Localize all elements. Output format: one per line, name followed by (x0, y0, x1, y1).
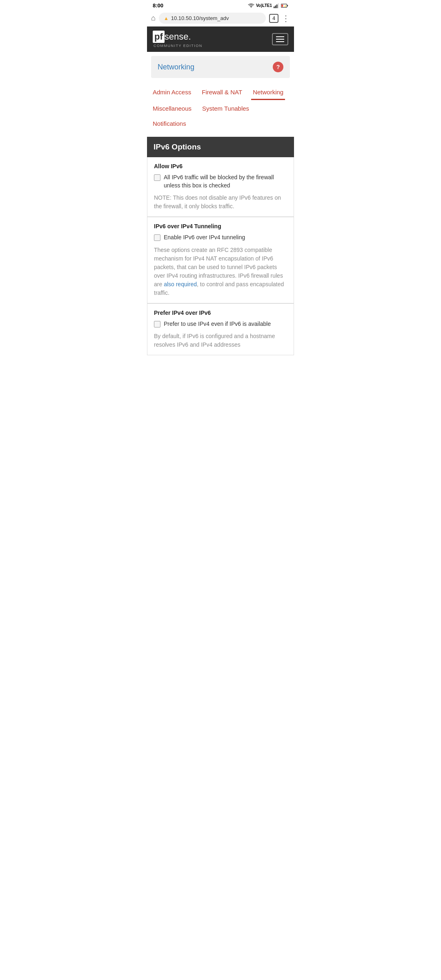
url-bar[interactable]: ▲ 10.10.50.10/system_adv (159, 13, 266, 24)
svg-text:⚡: ⚡ (284, 4, 287, 8)
ipv6-tunneling-description: These options create an RFC 2893 compati… (154, 246, 287, 297)
tab-miscellaneous[interactable]: Miscellaneous (151, 102, 193, 115)
svg-rect-5 (287, 5, 288, 6)
time: 8:00 (153, 2, 163, 9)
also-required-link[interactable]: also required (164, 281, 197, 287)
prefer-ipv4-checkbox[interactable] (154, 321, 160, 327)
svg-rect-2 (276, 4, 278, 8)
prefer-ipv4-description: By default, if IPv6 is configured and a … (154, 332, 287, 349)
pfsense-logo: pf sense. COMMUNITY EDITION (153, 31, 203, 48)
lte-indicator: Vo)LTE1 (256, 3, 272, 8)
prefer-ipv4-checkbox-label: Prefer to use IPv4 even if IPv6 is avail… (164, 320, 271, 328)
logo-pf: pf (153, 31, 165, 43)
help-icon[interactable]: ? (273, 62, 283, 72)
ipv6-tunneling-checkbox[interactable] (154, 234, 160, 241)
browser-bar: ⌂ ▲ 10.10.50.10/system_adv 4 ⋮ (147, 10, 294, 27)
ipv6-tunneling-label: IPv6 over IPv4 Tunneling (154, 223, 287, 229)
allow-ipv6-section: Allow IPv6 All IPv6 traffic will be bloc… (147, 157, 294, 217)
allow-ipv6-checkbox[interactable] (154, 174, 160, 181)
tab-admin-access[interactable]: Admin Access (151, 85, 193, 100)
browser-menu-icon[interactable]: ⋮ (282, 13, 290, 23)
prefer-ipv4-checkbox-row: Prefer to use IPv4 even if IPv6 is avail… (154, 320, 287, 328)
status-bar: 8:00 Vo)LTE1 ⚡ (147, 0, 294, 10)
logo-sense: sense. (165, 31, 191, 42)
hamburger-menu-button[interactable] (272, 33, 288, 45)
page-title: Networking (158, 63, 194, 71)
url-text: 10.10.50.10/system_adv (171, 15, 229, 21)
svg-rect-6 (281, 4, 283, 7)
tab-networking[interactable]: Networking (251, 85, 285, 100)
ipv6-section-header: IPv6 Options (147, 137, 294, 157)
allow-ipv6-description: NOTE: This does not disable any IPv6 fea… (154, 194, 287, 211)
ipv6-tunneling-checkbox-row: Enable IPv6 over IPv4 tunneling (154, 234, 287, 242)
wifi-icon (248, 3, 254, 8)
signal-icon (274, 3, 279, 8)
prefer-ipv4-label: Prefer IPv4 over IPv6 (154, 310, 287, 316)
ipv6-tunneling-section: IPv6 over IPv4 Tunneling Enable IPv6 ove… (147, 217, 294, 303)
nav-tabs: Admin Access Firewall & NAT Networking M… (147, 82, 294, 130)
home-icon[interactable]: ⌂ (151, 14, 156, 22)
prefer-ipv4-section: Prefer IPv4 over IPv6 Prefer to use IPv4… (147, 303, 294, 356)
security-warning-icon: ▲ (164, 16, 169, 21)
tab-count[interactable]: 4 (269, 14, 278, 23)
ipv6-tunneling-checkbox-label: Enable IPv6 over IPv4 tunneling (164, 234, 245, 242)
tab-notifications[interactable]: Notifications (151, 117, 188, 130)
status-icons: Vo)LTE1 ⚡ (248, 3, 288, 8)
battery-icon: ⚡ (281, 3, 288, 8)
tab-firewall-nat[interactable]: Firewall & NAT (200, 85, 244, 100)
allow-ipv6-checkbox-label: All IPv6 traffic will be blocked by the … (164, 174, 287, 189)
pfsense-header: pf sense. COMMUNITY EDITION (147, 27, 294, 52)
svg-rect-0 (274, 7, 275, 8)
page-header: Networking ? (151, 56, 290, 78)
svg-rect-3 (278, 3, 279, 8)
allow-ipv6-label: Allow IPv6 (154, 163, 287, 169)
svg-rect-1 (275, 5, 276, 8)
logo-edition: COMMUNITY EDITION (153, 44, 203, 48)
allow-ipv6-checkbox-row: All IPv6 traffic will be blocked by the … (154, 174, 287, 189)
tab-system-tunables[interactable]: System Tunables (200, 102, 251, 115)
